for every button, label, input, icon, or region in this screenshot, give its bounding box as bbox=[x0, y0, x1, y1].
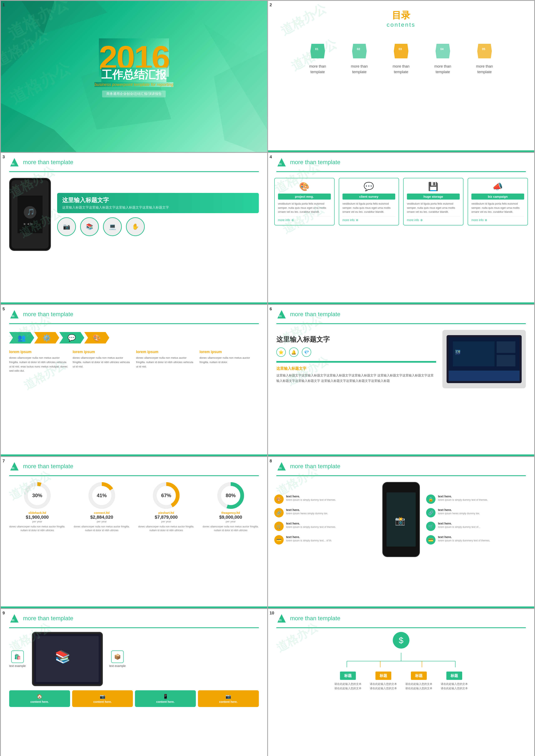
arrow-4: 04 bbox=[432, 43, 453, 59]
content-btn-2[interactable]: 📷 content here. bbox=[72, 690, 133, 707]
branch-text-4: 请在此处输入您的文本请在此处输入您的文本 bbox=[441, 682, 468, 691]
slide4-header-text: more than template bbox=[290, 159, 340, 166]
slide-2: 2 道格办公 道格办公 目录 contents 01 more thantemp… bbox=[268, 1, 534, 152]
branch-text-2: 请在此处输入您的文本请在此处输入您的文本 bbox=[370, 682, 397, 691]
slide-4: 4 道格办公 道格办公 01 more than template 🎨 proj… bbox=[268, 153, 534, 304]
slide6-body-title: 这里输入标题文字 bbox=[276, 366, 436, 371]
contents-row: 01 more thantemplate 02 more thantemplat… bbox=[268, 34, 534, 83]
contents-item-4-text: more thantemplate bbox=[434, 64, 451, 75]
slide6-badge: 01 bbox=[276, 309, 287, 320]
card2-body: vestibulum id ligula porta felis euismod… bbox=[343, 202, 395, 214]
branch-3: 标题 请在此处输入您的文本请在此处输入您的文本 bbox=[405, 672, 432, 691]
content-btn-3[interactable]: 📱 content here. bbox=[135, 690, 196, 707]
pie-desc-1: donec ullamcorper nulla non metus auctor… bbox=[9, 525, 65, 532]
dollar-symbol: $ bbox=[399, 636, 403, 645]
content-btn-1[interactable]: 🏠 content here. bbox=[9, 690, 70, 707]
slide4-cards: 🎨 project mng. vestibulum id ligula port… bbox=[268, 174, 534, 230]
card-1: 🎨 project mng. vestibulum id ligula port… bbox=[274, 178, 335, 225]
page-num-7: 7 bbox=[3, 459, 5, 463]
pie-period-4: per year bbox=[226, 520, 236, 523]
circle-2: 📚 bbox=[80, 217, 99, 236]
circle-3: 💻 bbox=[103, 217, 122, 236]
slide10-header-text: more than template bbox=[290, 615, 340, 622]
flow-item-1: 👥 bbox=[9, 332, 34, 344]
card4-title: biz campaign bbox=[471, 194, 524, 200]
slide8-header: 01 more than template bbox=[268, 457, 534, 474]
icon-circle-1: ⭐ bbox=[276, 348, 286, 357]
branch-text-3: 请在此处输入您的文本请在此处输入您的文本 bbox=[405, 682, 432, 691]
slide6-bottom-bar bbox=[268, 455, 534, 456]
slide6-content: 这里输入标题文字 ⭐ 🔔 💎 这里输入标题文字 这里输入标题文字这里输入标题文字… bbox=[268, 326, 534, 393]
card1-more-info[interactable]: more info ⊕ bbox=[278, 216, 331, 222]
svg-rect-34 bbox=[497, 341, 515, 353]
col1-body: donec ullamcorper nulla non metus auctor… bbox=[9, 356, 69, 373]
col4-title: lorem ipsum bbox=[199, 350, 259, 354]
slide-10: 10 道格办公 01 more than template $ bbox=[268, 609, 534, 756]
btn-label-3: content here. bbox=[156, 700, 175, 703]
slide2-title-cn: 目录 bbox=[268, 9, 534, 21]
pie-label-4: 80% bbox=[217, 482, 244, 509]
info-icon-right-1: 🔒 bbox=[426, 494, 436, 504]
info-right-4: 💳 text here. lorem ipsum is simply dumme… bbox=[426, 535, 528, 545]
svg-marker-14 bbox=[436, 44, 450, 58]
slide10-dollar: $ bbox=[393, 632, 409, 649]
card2-more-info[interactable]: more info ⊕ bbox=[343, 216, 395, 222]
pie-wrap-4: 80% bbox=[217, 482, 244, 509]
slide3-banner-subtitle: 这里输入标题文字这里输入标题文字这里输入标题文字这里输入标题文字 bbox=[62, 206, 254, 210]
contents-item-2-text: more thantemplate bbox=[351, 64, 368, 75]
branch-2: 标题 请在此处输入您的文本请在此处输入您的文本 bbox=[370, 672, 397, 691]
pie-company-2: connect.ltd bbox=[94, 511, 109, 515]
info-icon-right-2: 🔗 bbox=[426, 508, 436, 518]
slide2-title-en: contents bbox=[268, 21, 534, 28]
btn-icon-3: 📱 bbox=[163, 694, 168, 699]
info-body-left-3: lorem ipsum is simply dummy text of them… bbox=[286, 525, 336, 529]
flow-icon-3: 💬 bbox=[59, 332, 84, 344]
slide8-header-text: more than template bbox=[290, 463, 340, 470]
contents-item-5-text: more thantemplate bbox=[476, 64, 493, 75]
slide8-divider bbox=[276, 475, 526, 476]
content-btn-4[interactable]: 📷 content here. bbox=[198, 690, 259, 707]
slide3-circles: 📷 📚 💻 ✋ bbox=[57, 217, 259, 236]
pie-4: 80% theagency.ltd $9,000,000 per year do… bbox=[203, 482, 259, 532]
more-info-text-4: more info bbox=[471, 218, 484, 222]
main-grid: 1 道格办公 道格办公 道格办公 2016 工作总结汇报 business po… bbox=[0, 0, 535, 756]
branch-1: 标题 请在此处输入您的文本请在此处输入您的文本 bbox=[334, 672, 361, 691]
slide8-layout: 🎨 text here. lorem ipsum is simply dummy… bbox=[268, 478, 534, 561]
branch-tag-4: 标题 bbox=[446, 672, 462, 680]
pie-label-2: 41% bbox=[88, 482, 115, 509]
svg-marker-16 bbox=[477, 44, 492, 58]
contents-item-3-text: more thantemplate bbox=[393, 64, 409, 75]
svg-marker-1 bbox=[43, 1, 107, 34]
pie-label-1: 30% bbox=[24, 482, 51, 509]
btn-label-2: content here. bbox=[93, 700, 112, 703]
info-title-right-4: text here. bbox=[438, 535, 490, 539]
svg-text:🌃: 🌃 bbox=[455, 350, 461, 355]
col2-title: lorem ipsum bbox=[72, 350, 132, 354]
info-icon-right-3: 🛒 bbox=[426, 521, 436, 531]
slide3-bottom-bar bbox=[1, 302, 267, 304]
card4-more-info[interactable]: more info ⊕ bbox=[471, 216, 524, 222]
pie-wrap-3: 67% bbox=[153, 482, 180, 509]
card3-more-info[interactable]: more info ⊕ bbox=[407, 216, 460, 222]
pie-3: 67% pieshart.ltd $7,879,000 per year don… bbox=[138, 482, 194, 532]
slide2-bottom-bar bbox=[268, 150, 534, 152]
contents-item-1-text: more thantemplate bbox=[309, 64, 326, 75]
info-icon-left-1: 🎨 bbox=[274, 494, 284, 504]
info-body-right-2: lorem ipsum heres simply dummy tex. bbox=[438, 512, 480, 515]
slide10-divider bbox=[276, 627, 526, 628]
slide9-header: 01 more than template bbox=[1, 609, 267, 626]
svg-text:01: 01 bbox=[12, 467, 14, 470]
info-title-right-1: text here. bbox=[438, 494, 488, 498]
info-title-left-2: text here. bbox=[286, 508, 328, 512]
more-info-icon-2: ⊕ bbox=[356, 218, 358, 222]
slide4-header: 01 more than template bbox=[268, 153, 534, 170]
slide5-flow: 👥 ⚙️ 💬 🎨 bbox=[1, 326, 267, 346]
slide3-content: 🎵 ▶ ◀ ⏭ 这里输入标题文字 这里输入标题文字这里输入标题文字这里输入标题文… bbox=[1, 174, 267, 255]
info-left-2: 🔗 text here. lorem ipsum heres simply du… bbox=[274, 508, 376, 518]
card3-title: huge storage bbox=[407, 194, 460, 200]
slide9-header-text: more than template bbox=[23, 615, 73, 622]
pie-desc-3: donec ullamcorper nulla non metus auctor… bbox=[138, 525, 194, 532]
page-num-3: 3 bbox=[3, 154, 5, 159]
page-num-9: 9 bbox=[3, 611, 5, 615]
page-num-1: 1 bbox=[3, 3, 5, 7]
